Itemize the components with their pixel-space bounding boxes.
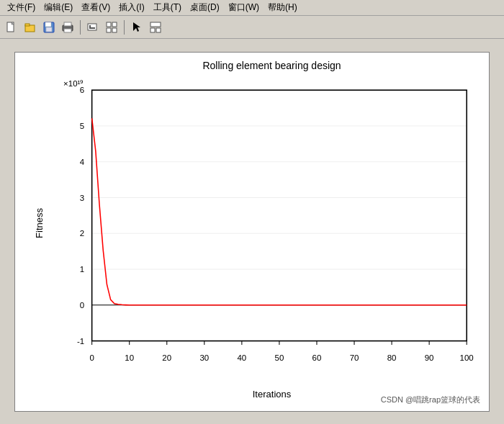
layout-button[interactable] <box>147 19 164 36</box>
svg-rect-6 <box>46 27 52 32</box>
menu-edit[interactable]: 编辑(E) <box>40 0 77 15</box>
svg-text:0: 0 <box>89 353 94 362</box>
svg-rect-3 <box>25 24 30 26</box>
svg-rect-38 <box>92 90 467 340</box>
svg-text:60: 60 <box>312 353 322 362</box>
svg-text:3: 3 <box>80 193 84 202</box>
svg-text:90: 90 <box>425 353 434 362</box>
svg-rect-16 <box>112 28 117 32</box>
menu-insert[interactable]: 插入(I) <box>114 0 148 15</box>
svg-marker-17 <box>133 22 140 32</box>
svg-text:20: 20 <box>162 353 171 362</box>
svg-rect-19 <box>150 28 155 32</box>
svg-rect-8 <box>64 22 71 26</box>
menu-tools[interactable]: 工具(T) <box>149 0 186 15</box>
svg-rect-18 <box>150 22 161 27</box>
svg-text:100: 100 <box>460 353 474 362</box>
open-button[interactable] <box>22 19 39 36</box>
svg-rect-9 <box>64 29 71 32</box>
svg-rect-20 <box>156 28 161 32</box>
save-button[interactable] <box>40 19 58 36</box>
chart-svg: ×10¹⁹ 6 5 4 3 <box>62 75 482 372</box>
svg-text:10: 10 <box>125 353 134 362</box>
menubar: 文件(F) 编辑(E) 查看(V) 插入(I) 工具(T) 桌面(D) 窗口(W… <box>0 0 504 16</box>
svg-text:30: 30 <box>199 353 209 362</box>
plot-title: Rolling element bearing design <box>62 60 482 71</box>
menu-window[interactable]: 窗口(W) <box>224 0 264 15</box>
svg-rect-14 <box>112 22 117 27</box>
svg-text:1: 1 <box>80 265 84 274</box>
fitness-curve <box>92 118 467 305</box>
menu-view[interactable]: 查看(V) <box>77 0 114 15</box>
svg-text:4: 4 <box>80 157 85 166</box>
cursor-button[interactable] <box>128 19 145 36</box>
x-axis-label: Iterations <box>253 389 291 400</box>
svg-rect-15 <box>107 28 111 32</box>
svg-rect-5 <box>45 22 51 27</box>
y-axis-label: Fitness <box>34 208 45 238</box>
svg-text:2: 2 <box>80 229 84 238</box>
separator-2 <box>124 20 125 35</box>
svg-text:80: 80 <box>387 353 397 362</box>
toolbar <box>0 16 504 39</box>
menu-file[interactable]: 文件(F) <box>3 0 40 15</box>
svg-text:70: 70 <box>350 353 359 362</box>
svg-text:6: 6 <box>80 86 84 94</box>
svg-text:5: 5 <box>80 122 84 130</box>
watermark: CSDN @唱跳rap篮球的代表 <box>381 394 480 405</box>
zoom-button[interactable] <box>84 19 102 36</box>
grid-button[interactable] <box>103 19 120 36</box>
plot-area: Fitness Iterations ×10¹⁹ 6 <box>62 75 482 372</box>
menu-help[interactable]: 帮助(H) <box>264 0 302 15</box>
svg-text:40: 40 <box>237 353 246 362</box>
svg-text:0: 0 <box>80 300 84 309</box>
print-button[interactable] <box>59 19 76 36</box>
new-button[interactable] <box>3 19 20 36</box>
svg-rect-12 <box>89 27 95 29</box>
separator-1 <box>80 20 81 35</box>
svg-rect-10 <box>88 24 96 30</box>
menu-desktop[interactable]: 桌面(D) <box>186 0 224 15</box>
svg-text:50: 50 <box>275 353 284 362</box>
plot-container: Rolling element bearing design Fitness I… <box>14 52 490 412</box>
main-content: Rolling element bearing design Fitness I… <box>0 39 504 424</box>
svg-text:-1: -1 <box>77 336 84 345</box>
svg-rect-13 <box>107 22 111 27</box>
